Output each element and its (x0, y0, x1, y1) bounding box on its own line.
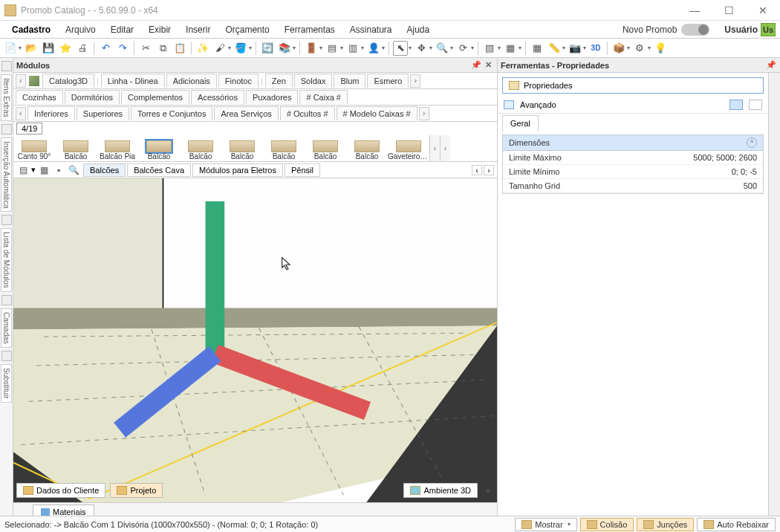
rail-icon-5[interactable] (1, 351, 12, 361)
tab-blum[interactable]: Blum (334, 74, 365, 88)
prop-row-limite-max[interactable]: Limite Máximo 5000; 5000; 2600 (503, 151, 763, 165)
menu-editar[interactable]: Editar (103, 22, 141, 37)
tab-linha[interactable]: Linha - Dlinea (101, 74, 165, 88)
tab-cozinhas[interactable]: Cozinhas (16, 90, 63, 104)
prop-row-limite-min[interactable]: Limite Mínimo 0; 0; -5 (503, 165, 763, 179)
prop-row-tamanho-grid[interactable]: Tamanho Grid 500 (503, 179, 763, 193)
move-icon[interactable]: ✥ (414, 41, 429, 56)
menu-ferramentas[interactable]: Ferramentas (277, 22, 342, 37)
thumb-1[interactable]: Balcão (55, 135, 97, 161)
menu-arquivo[interactable]: Arquivo (58, 22, 103, 37)
view-mode-form-icon[interactable] (749, 100, 762, 110)
rail-lista[interactable]: Lista de Módulos (1, 228, 12, 292)
rail-icon-2[interactable] (1, 124, 12, 134)
table-icon[interactable]: ▤ (325, 41, 339, 56)
tab-acessorios[interactable]: Acessórios (191, 90, 244, 104)
open-icon[interactable]: 📂 (24, 41, 39, 56)
maximize-button[interactable]: ☐ (712, 0, 746, 21)
paint-icon[interactable]: 🖌 (212, 41, 227, 56)
thumb-scroll-left[interactable]: ‹ (429, 135, 440, 161)
menu-inserir[interactable]: Inserir (178, 22, 218, 37)
tab-caixa[interactable]: # Caixa # (299, 90, 347, 104)
thumb-9[interactable]: Gaveteiro 1 Gavet (388, 135, 429, 161)
scroll-right-3[interactable]: › (419, 107, 429, 120)
zoom-icon[interactable]: 🔍 (435, 41, 449, 56)
grid-icon[interactable]: ▦ (530, 41, 545, 56)
tab-geral[interactable]: Geral (502, 115, 539, 132)
mini-icon-3[interactable]: ▪ (52, 163, 65, 177)
view-mode-grid-icon[interactable] (729, 100, 743, 110)
novo-promob-toggle[interactable] (681, 24, 709, 36)
juncoes-button[interactable]: Junções (637, 518, 694, 531)
tab-esmero[interactable]: Esmero (367, 74, 409, 88)
thumb-7[interactable]: Balcão (305, 135, 346, 161)
thumb-5[interactable]: Balcão (221, 135, 263, 161)
mtab-balcoes-cava[interactable]: Balcões Cava (127, 163, 191, 177)
tab-ocultos[interactable]: # Ocultos # (280, 106, 335, 120)
rail-camadas[interactable]: Camadas (1, 308, 12, 348)
drawer-icon[interactable]: ▦ (503, 41, 518, 56)
thumb-0[interactable]: Canto 90° (13, 135, 55, 161)
refresh-icon[interactable]: 🔄 (260, 41, 275, 56)
collapse-icon[interactable]: ^ (747, 137, 757, 148)
rail-substituir[interactable]: Substituir (1, 364, 12, 403)
thumb-3[interactable]: Balcão (138, 135, 180, 161)
ruler-icon[interactable]: 📏 (547, 41, 562, 56)
panel-icon[interactable]: ▧ (482, 41, 497, 56)
menu-assinatura[interactable]: Assinatura (342, 22, 400, 37)
thumb-6[interactable]: Balcão (263, 135, 305, 161)
tab-superiores[interactable]: Superiores (77, 106, 129, 120)
mini-icon-4[interactable]: 🔍 (67, 163, 80, 177)
menu-ajuda[interactable]: Ajuda (400, 22, 438, 37)
tab-modelo-caixas[interactable]: # Modelo Caixas # (337, 106, 417, 120)
favorite-icon[interactable]: ⭐ (58, 41, 73, 56)
scroll-left-1[interactable]: ‹ (16, 74, 26, 88)
tab-area-servicos[interactable]: Area Serviços (214, 106, 278, 120)
camera-icon[interactable]: 📷 (568, 41, 582, 56)
right-pin-icon[interactable]: 📌 (765, 60, 777, 70)
user-badge[interactable]: Us (761, 23, 776, 36)
viewport-collapse-icon[interactable]: « (482, 486, 494, 495)
tab-inferiores[interactable]: Inferiores (27, 106, 75, 120)
rail-insercao[interactable]: Inserção Automática (1, 137, 12, 213)
mini-icon-1[interactable]: ▤ (16, 163, 30, 177)
print-icon[interactable]: 🖨 (75, 41, 90, 56)
panel-close-icon[interactable]: ✕ (482, 60, 494, 70)
tab-dormitorios[interactable]: Dormitórios (65, 90, 120, 104)
tab-torres[interactable]: Torres e Conjuntos (131, 106, 212, 120)
magic-icon[interactable]: ✨ (195, 41, 210, 56)
new-icon[interactable]: 📄 (3, 41, 18, 56)
redo-icon[interactable]: ↷ (115, 41, 130, 56)
pin-icon[interactable]: 📌 (470, 60, 482, 70)
fill-icon[interactable]: 🪣 (233, 41, 248, 56)
rail-icon-4[interactable] (1, 295, 12, 305)
auto-rebaixar-button[interactable]: Auto Rebaixar (697, 518, 776, 531)
undo-icon[interactable]: ↶ (98, 41, 113, 56)
thumb-2[interactable]: Balcão Pia (97, 135, 138, 161)
colisao-button[interactable]: Colisão (580, 518, 634, 531)
gear-icon[interactable]: ⚙ (632, 41, 647, 56)
pointer-icon[interactable]: ⬉ (393, 41, 408, 56)
thumb-4[interactable]: Balcão (180, 135, 221, 161)
wall-icon[interactable]: ▥ (345, 41, 360, 56)
menu-cadastro[interactable]: Cadastro (4, 22, 58, 37)
thumb-scroll-right[interactable]: › (440, 135, 450, 161)
mtab-pensil[interactable]: Pênsil (285, 163, 320, 177)
tab-puxadores[interactable]: Puxadores (246, 90, 299, 104)
close-button[interactable]: ✕ (746, 0, 780, 21)
thumb-pager[interactable]: 4/19 (16, 123, 42, 134)
rail-icon-3[interactable] (1, 215, 12, 225)
ambiente-3d-button[interactable]: Ambiente 3D (403, 483, 478, 498)
scroll-right-1[interactable]: › (410, 74, 420, 88)
3d-icon[interactable]: 3D (588, 41, 603, 56)
door-icon[interactable]: 🚪 (304, 41, 319, 56)
menu-orcamento[interactable]: Orçamento (218, 22, 276, 37)
paste-icon[interactable]: 📋 (172, 41, 187, 56)
mtab-modulos-eletros[interactable]: Módulos para Eletros (192, 163, 283, 177)
user-icon[interactable]: 👤 (366, 41, 381, 56)
thumb-8[interactable]: Balcão (346, 135, 388, 161)
tab-adicionais[interactable]: Adicionais (166, 74, 217, 88)
bulb-icon[interactable]: 💡 (653, 41, 668, 56)
right-scrollbar[interactable] (768, 73, 780, 519)
orbit-icon[interactable]: ⟳ (455, 41, 470, 56)
